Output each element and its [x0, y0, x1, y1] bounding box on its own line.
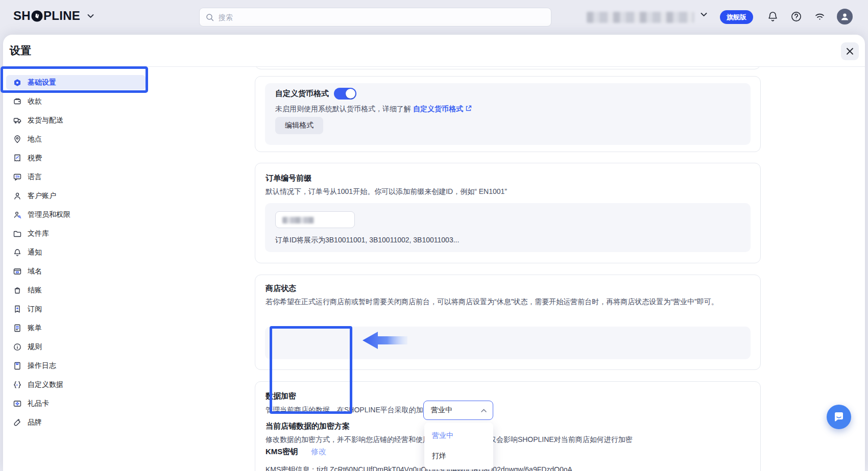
settings-sidebar: 基础设置收款发货与配送地点税费EN语言客户账户管理员和权限文件库通知域名结账订阅…: [3, 67, 149, 471]
store-status-select[interactable]: 营业中: [423, 401, 493, 420]
avatar[interactable]: [837, 9, 853, 24]
store-status-title: 商店状态: [266, 284, 296, 293]
store-status-option-2[interactable]: 打烊: [424, 446, 493, 466]
account-chevron-down-icon[interactable]: [701, 12, 707, 17]
data-encryption-card: 数据加密 管理当前商店的数据，在SHOPLINE平台采取的加密方式。 当前店铺数…: [255, 381, 761, 471]
sidebar-item-10[interactable]: 通知: [6, 245, 146, 260]
sidebar-item-4[interactable]: 地点: [6, 132, 146, 146]
brand-tag-icon: [13, 418, 21, 427]
sidebar-item-14[interactable]: 账单: [6, 320, 146, 335]
sidebar-item-label: 操作日志: [28, 361, 56, 370]
sidebar-item-label: 自定义数据: [28, 380, 63, 389]
wallet-icon: [13, 97, 21, 106]
encryption-scheme-title: 当前店铺数据的加密方案: [266, 422, 350, 431]
edit-format-button[interactable]: 编辑格式: [275, 117, 323, 134]
sidebar-item-6[interactable]: EN语言: [6, 169, 146, 184]
sidebar-item-label: 发货与配送: [28, 116, 63, 125]
logo-text: PLINE: [43, 9, 80, 23]
support-chat-button[interactable]: [827, 405, 851, 429]
gift-card-icon: [13, 400, 21, 408]
sidebar-item-2[interactable]: 收款: [6, 94, 146, 109]
sidebar-item-label: 订阅: [28, 305, 42, 314]
custom-data-braces-icon: a: [13, 381, 21, 389]
sidebar-item-label: 语言: [28, 172, 42, 182]
sidebar-item-16[interactable]: 操作日志: [6, 358, 146, 373]
sidebar-item-8[interactable]: 管理员和权限: [6, 207, 146, 222]
admin-key-icon: [13, 211, 21, 219]
sidebar-item-17[interactable]: a自定义数据: [6, 377, 146, 392]
sidebar-item-label: 结账: [28, 286, 42, 295]
customer-icon: [13, 192, 21, 200]
order-prefix-title: 订单编号前缀: [266, 173, 311, 183]
sidebar-item-label: 域名: [28, 267, 42, 276]
search-input[interactable]: [219, 13, 545, 21]
order-prefix-panel: 订单ID将展示为3B10011001, 3B10011002, 3B100110…: [265, 203, 751, 252]
kms-key-label: KMS密钥: [266, 447, 298, 457]
sidebar-item-label: 品牌: [28, 418, 42, 427]
sidebar-item-5[interactable]: 税费: [6, 151, 146, 165]
currency-format-label: 自定义货币格式: [275, 89, 329, 98]
logo-chevron-down-icon[interactable]: [87, 14, 94, 18]
store-status-desc: 若你希望在正式运行商店前或暂时需要关闭商店前台，可以将商店设置为“休息”状态，需…: [266, 296, 730, 308]
tax-receipt-icon: [13, 154, 21, 162]
sidebar-item-label: 礼品卡: [28, 399, 49, 408]
truck-icon: [13, 116, 21, 125]
info-circle-icon: [13, 343, 21, 351]
sidebar-item-13[interactable]: 订阅: [6, 302, 146, 316]
close-icon: [846, 47, 854, 55]
sidebar-item-7[interactable]: 客户账户: [6, 188, 146, 203]
sidebar-item-3[interactable]: 发货与配送: [6, 113, 146, 128]
store-status-panel: [265, 327, 751, 359]
order-id-hint: 订单ID将展示为3B10011001, 3B10011002, 3B100110…: [275, 236, 459, 245]
sidebar-item-label: 基础设置: [28, 78, 56, 87]
currency-format-panel: 自定义货币格式 未启用则使用系统默认货币格式，详细了解 自定义货币格式 编辑格式: [265, 83, 751, 145]
currency-format-toggle[interactable]: [334, 88, 356, 100]
settings-modal: 设置 基础设置收款发货与配送地点税费EN语言客户账户管理员和权限文件库通知域名结…: [3, 35, 865, 471]
sidebar-item-label: 客户账户: [28, 191, 56, 201]
shopline-logo[interactable]: SH PLINE: [13, 9, 94, 23]
kms-key-info: KMS密钥信息：tizfLZcRt60NCUIfDmBkT04Vg0uOgJbS…: [266, 465, 572, 471]
settings-content: 自定义货币格式 未启用则使用系统默认货币格式，详细了解 自定义货币格式 编辑格式…: [149, 67, 865, 471]
store-status-card: 商店状态 若你希望在正式运行商店前或暂时需要关闭商店前台，可以将商店设置为“休息…: [255, 275, 761, 370]
shopline-o-mark-icon: [31, 10, 43, 22]
bell-icon: [13, 249, 21, 257]
store-name-blurred[interactable]: [587, 12, 694, 23]
store-status-option-1[interactable]: 营业中: [424, 426, 493, 446]
sidebar-item-label: 地点: [28, 135, 42, 144]
order-prefix-value-blurred: [282, 217, 314, 224]
sidebar-item-19[interactable]: 品牌: [6, 415, 146, 430]
kms-edit-link[interactable]: 修改: [311, 447, 326, 457]
sidebar-item-9[interactable]: 文件库: [6, 226, 146, 241]
currency-format-card: 自定义货币格式 未启用则使用系统默认货币格式，详细了解 自定义货币格式 编辑格式: [255, 76, 761, 152]
store-status-select-value: 营业中: [431, 406, 452, 415]
bookmark-plus-icon: [13, 305, 21, 313]
help-icon[interactable]: [790, 11, 802, 22]
logo-text: SH: [13, 9, 31, 23]
order-prefix-input[interactable]: [275, 211, 355, 228]
page-title: 设置: [10, 43, 31, 58]
currency-format-doc-link[interactable]: 自定义货币格式: [413, 105, 463, 113]
sidebar-item-label: 税费: [28, 154, 42, 163]
sidebar-item-18[interactable]: 礼品卡: [6, 396, 146, 411]
sidebar-item-label: 通知: [28, 248, 42, 257]
modal-header: 设置: [3, 35, 865, 67]
sidebar-item-label: 收款: [28, 97, 42, 106]
notification-bell-icon[interactable]: [767, 11, 779, 22]
close-button[interactable]: [841, 42, 859, 60]
sidebar-item-12[interactable]: 结账: [6, 283, 146, 298]
billing-doc-icon: [13, 324, 21, 332]
global-search[interactable]: [199, 8, 551, 27]
sidebar-item-1[interactable]: 基础设置: [6, 75, 146, 90]
language-bubble-icon: EN: [13, 173, 21, 181]
sidebar-item-15[interactable]: 规则: [6, 339, 146, 354]
search-icon: [206, 13, 214, 21]
svg-text:EN: EN: [15, 175, 19, 178]
external-link-icon: [465, 105, 472, 112]
settings-hexagon-icon: [13, 79, 21, 87]
network-wifi-icon[interactable]: [814, 11, 826, 22]
partial-card-above: [255, 67, 761, 69]
chat-bubble-icon: [833, 411, 845, 423]
plan-badge[interactable]: 旗舰版: [720, 10, 753, 24]
sidebar-item-11[interactable]: 域名: [6, 264, 146, 279]
checkout-bag-icon: [13, 286, 21, 294]
